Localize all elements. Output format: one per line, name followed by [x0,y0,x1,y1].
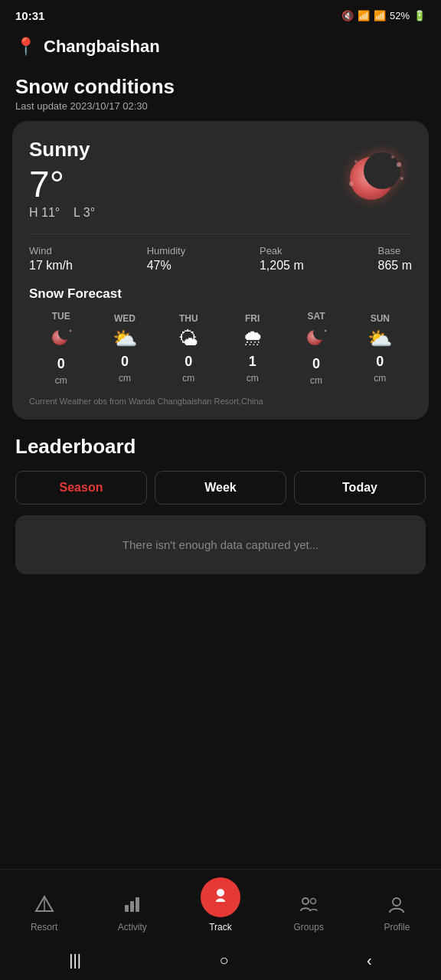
status-bar: 10:31 🔇 📶 📶 52% 🔋 [0,0,441,28]
svg-point-5 [354,160,358,163]
forecast-day-wed: WED ⛅ 0 cm [93,313,156,384]
svg-rect-17 [136,897,139,912]
weather-hl: H 11° L 3° [29,206,95,220]
weather-left: Sunny 7° H 11° L 3° [29,138,95,220]
forecast-label-fri: FRI [245,313,260,324]
svg-point-3 [400,177,403,180]
weather-high: H 11° [29,206,60,219]
weather-source: Current Weather obs from Wanda Changbais… [29,397,412,406]
track-label: Track [209,922,232,933]
nav-item-activity[interactable]: Activity [88,894,176,933]
signal-icon: 📶 [374,10,386,21]
forecast-grid: TUE 0 cm WED ⛅ 0 cm [29,311,412,386]
system-nav: ||| ○ ‹ [0,940,441,980]
forecast-day-fri: FRI 🌨 1 cm [220,313,284,384]
svg-rect-15 [125,905,129,912]
track-icon-wrap [201,877,240,917]
forecast-amount-sun: 0 [376,354,384,370]
recent-apps-button[interactable]: ||| [69,952,81,969]
tab-week[interactable]: Week [155,471,286,505]
leaderboard-tabs: Season Week Today [15,471,426,505]
nav-item-groups[interactable]: Groups [265,894,353,933]
forecast-icon-sat [305,325,328,353]
profile-icon [387,894,407,919]
svg-point-1 [364,152,400,189]
forecast-icon-thu: 🌤 [178,327,198,351]
weather-top: Sunny 7° H 11° L 3° [29,138,412,220]
mute-icon: 🔇 [341,10,354,21]
forecast-amount-fri: 1 [249,354,256,370]
home-button[interactable]: ○ [219,952,228,969]
svg-point-9 [69,330,71,332]
tab-today[interactable]: Today [294,471,426,505]
svg-point-8 [58,326,72,340]
wind-value: 17 km/h [29,259,73,273]
leaderboard-empty: There isn't enough data captured yet... [15,515,426,574]
forecast-icon-wed: ⛅ [113,327,137,351]
resort-label: Resort [31,922,57,933]
forecast-amount-tue: 0 [57,356,65,372]
humidity-value: 47% [147,259,186,273]
leaderboard-section: Leaderboard Season Week Today There isn'… [0,420,441,583]
forecast-amount-sat: 0 [312,356,320,372]
tab-season[interactable]: Season [15,471,147,505]
svg-point-18 [217,889,224,897]
svg-point-20 [311,899,316,904]
base-label: Base [378,245,412,256]
battery-icon: 🔋 [413,10,426,21]
nav-item-track[interactable]: Track [176,877,264,933]
last-update: Last update 2023/10/17 02:30 [0,100,441,121]
forecast-amount-thu: 0 [185,354,192,370]
bottom-nav: Resort Activity Track [0,869,441,940]
back-button[interactable]: ‹ [367,952,372,969]
svg-point-6 [349,181,354,186]
location-name: Changbaishan [44,37,160,57]
forecast-amount-wed: 0 [121,354,129,370]
location-pin-icon: 📍 [15,37,36,57]
forecast-icon-fri: 🌨 [243,327,263,351]
nav-item-profile[interactable]: Profile [353,894,441,933]
nav-item-resort[interactable]: Resort [0,894,88,933]
forecast-title: Snow Forecast [29,286,412,302]
leaderboard-title: Leaderboard [15,435,426,459]
groups-label: Groups [294,922,324,933]
svg-point-2 [397,162,401,167]
forecast-label-sat: SAT [307,311,325,322]
status-icons: 🔇 📶 📶 52% 🔋 [341,10,426,21]
svg-point-12 [324,330,326,332]
forecast-unit-sat: cm [310,375,322,386]
peak-value: 1,205 m [260,259,304,273]
snow-conditions-section: Snow conditions Last update 2023/10/17 0… [0,63,441,420]
forecast-day-tue: TUE 0 cm [29,311,93,386]
wifi-icon: 📶 [358,10,370,21]
forecast-day-sat: SAT 0 cm [284,311,348,386]
wind-stat: Wind 17 km/h [29,245,73,273]
svg-point-19 [302,898,309,904]
base-value: 865 m [378,259,412,273]
location-header: 📍 Changbaishan [0,28,441,63]
svg-point-11 [313,326,327,340]
forecast-day-sun: SUN ⛅ 0 cm [348,313,412,384]
svg-rect-16 [130,901,134,912]
section-title: Snow conditions [0,63,441,100]
profile-label: Profile [384,922,410,933]
weather-card: Sunny 7° H 11° L 3° [12,121,429,420]
humidity-stat: Humidity 47% [147,245,186,273]
forecast-unit-tue: cm [55,375,67,386]
forecast-icon-sun: ⛅ [368,327,392,351]
weather-temp: 7° [29,166,64,203]
forecast-unit-fri: cm [247,373,259,384]
weather-icon-wrap [335,138,412,214]
resort-icon [34,894,54,919]
forecast-label-sun: SUN [371,313,390,324]
activity-icon [122,894,142,919]
forecast-unit-wed: cm [119,373,131,384]
humidity-label: Humidity [147,245,186,256]
svg-point-4 [391,155,394,158]
forecast-label-tue: TUE [52,311,70,322]
groups-icon [298,894,319,919]
weather-low: L 3° [74,206,95,219]
weather-stats: Wind 17 km/h Humidity 47% Peak 1,205 m B… [29,234,412,273]
status-time: 10:31 [15,9,44,22]
forecast-unit-sun: cm [374,373,386,384]
